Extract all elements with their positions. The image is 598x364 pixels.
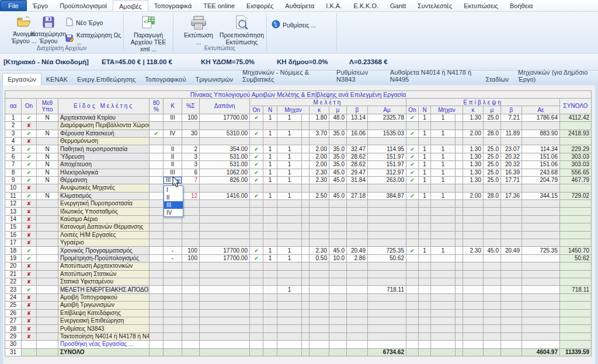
- pct80-toggle[interactable]: [150, 223, 164, 231]
- tab-κενακ[interactable]: ΚΕΝΑΚ: [41, 74, 72, 85]
- supervision-on-toggle[interactable]: [406, 231, 419, 239]
- study-type-cell[interactable]: Υγραέριο: [58, 239, 150, 247]
- menu-tab-τοπογραφικά[interactable]: Τοπογραφικά: [148, 0, 197, 11]
- study-type-cell[interactable]: Θέρμανση: [58, 176, 150, 184]
- παραγωγή-button[interactable]: <>ΠαραγωγήΑρχείου TEE xml ...: [126, 15, 171, 52]
- pct80-toggle[interactable]: [150, 254, 164, 262]
- menu-tab-ι-κ-α-[interactable]: Ι.Κ.Α.: [320, 0, 347, 11]
- study-on-toggle[interactable]: [250, 309, 263, 317]
- menu-tab-file[interactable]: File: [0, 0, 27, 11]
- tab-τοπογραφικού[interactable]: Τοπογραφικού: [140, 74, 190, 85]
- pct80-toggle[interactable]: [150, 145, 164, 153]
- row-on-toggle[interactable]: ✔: [22, 169, 37, 176]
- study-on-toggle[interactable]: ✔: [250, 161, 263, 169]
- k-category-cell[interactable]: [164, 278, 182, 285]
- supervision-on-toggle[interactable]: [406, 208, 419, 215]
- supervision-on-toggle[interactable]: [406, 332, 419, 340]
- study-on-toggle[interactable]: ✔: [250, 176, 263, 184]
- study-type-cell[interactable]: ΜΕΛΕΤΗ ΕΝΕΡΓΕΙΑΚΗΣ ΑΠΟΔΟΣΗΣ ΓΙ: [58, 286, 150, 293]
- row-on-toggle[interactable]: ✔: [22, 176, 37, 184]
- pct80-toggle[interactable]: [150, 332, 164, 340]
- menu-tab-tee-online[interactable]: TEE online: [197, 0, 241, 11]
- dropdown-option-ii[interactable]: II: [164, 194, 183, 201]
- study-type-cell[interactable]: Ιδιωτικός Υποσταθμός: [58, 208, 150, 215]
- row-on-toggle[interactable]: ✘: [22, 278, 37, 285]
- supervision-on-toggle[interactable]: [406, 317, 419, 324]
- study-on-toggle[interactable]: [250, 137, 263, 145]
- menu-tab-αμοιβές[interactable]: Αμοιβές: [113, 0, 148, 11]
- study-type-cell[interactable]: Προμέτρηση-Προϋπολογισμός: [58, 254, 150, 262]
- pct80-toggle[interactable]: [150, 286, 164, 293]
- supervision-on-toggle[interactable]: [406, 215, 419, 223]
- row-on-toggle[interactable]: ✘: [22, 215, 37, 223]
- k-category-cell[interactable]: [164, 293, 182, 301]
- supervision-on-toggle[interactable]: [406, 325, 419, 332]
- pct80-toggle[interactable]: [150, 161, 164, 169]
- supervision-on-toggle[interactable]: [406, 223, 419, 231]
- supervision-on-toggle[interactable]: [406, 309, 419, 317]
- study-type-cell[interactable]: Αποτύπωση Στατικών: [58, 270, 150, 278]
- pct80-toggle[interactable]: [150, 122, 164, 130]
- study-on-toggle[interactable]: [250, 302, 263, 309]
- study-on-toggle[interactable]: [250, 348, 263, 356]
- supervision-on-toggle[interactable]: [406, 262, 419, 270]
- menu-tab-βοήθεια[interactable]: Βοήθεια: [504, 0, 538, 11]
- pct80-toggle[interactable]: [150, 317, 164, 324]
- study-type-cell[interactable]: Αμοιβή Τριγωνισμών: [58, 302, 150, 309]
- row-on-toggle[interactable]: ✘: [22, 317, 37, 324]
- k-category-cell[interactable]: [164, 231, 182, 239]
- study-on-toggle[interactable]: ✔: [250, 169, 263, 176]
- pct80-toggle[interactable]: [150, 293, 164, 301]
- tab-μηχανικών-για-δημόσιο-έργο-[interactable]: Μηχανικών (για Δημόσιο Έργο): [513, 66, 598, 85]
- supervision-on-toggle[interactable]: ✔: [406, 176, 419, 184]
- pct80-toggle[interactable]: [150, 184, 164, 192]
- row-on-toggle[interactable]: ✘: [22, 231, 37, 239]
- study-type-cell[interactable]: Αποτύπωση Αρχιτεκτονικών: [58, 262, 150, 270]
- νέο-έργο-button[interactable]: Νέο Έργο: [65, 18, 103, 27]
- k-category-cell[interactable]: II: [164, 161, 182, 169]
- row-on-toggle[interactable]: ✘: [22, 262, 37, 270]
- row-on-toggle[interactable]: ✔: [22, 130, 37, 137]
- k-category-cell[interactable]: III: [164, 169, 182, 176]
- study-on-toggle[interactable]: ✔: [250, 254, 263, 262]
- pct80-toggle[interactable]: [150, 114, 164, 121]
- supervision-on-toggle[interactable]: [406, 293, 419, 301]
- pct80-toggle[interactable]: [150, 348, 164, 356]
- menu-tab-συντελεστές[interactable]: Συντελεστές: [412, 0, 458, 11]
- pct80-toggle[interactable]: [150, 341, 164, 348]
- menu-tab-έργο[interactable]: Έργο: [27, 0, 54, 11]
- k-category-cell[interactable]: [164, 332, 182, 340]
- study-type-cell[interactable]: Θερμομόνωση: [58, 137, 150, 145]
- προεπισκόπηση-button[interactable]: ΠροεπισκόπησηΕκτύπωσης: [219, 15, 265, 46]
- tab-μηχανικών-νόμιμες-συμβατικές[interactable]: Μηχανικών - Νόμιμες & Συμβατικές: [238, 66, 332, 85]
- supervision-on-toggle[interactable]: [406, 286, 419, 293]
- row-on-toggle[interactable]: ✔: [22, 114, 37, 121]
- k-category-cell[interactable]: -: [164, 247, 182, 254]
- row-on-toggle[interactable]: ✘: [22, 184, 37, 192]
- pct80-toggle[interactable]: [150, 169, 164, 176]
- study-on-toggle[interactable]: [250, 122, 263, 130]
- row-on-toggle[interactable]: ✔: [22, 153, 37, 160]
- row-on-toggle[interactable]: ✘: [22, 302, 37, 309]
- study-on-toggle[interactable]: [250, 262, 263, 270]
- supervision-on-toggle[interactable]: [406, 239, 419, 247]
- k-category-cell[interactable]: [164, 302, 182, 309]
- ρυθμίσεις--button[interactable]: iΡυθμίσεις ...: [272, 20, 316, 30]
- study-type-cell[interactable]: Κλιματισμός: [58, 192, 150, 200]
- row-on-toggle[interactable]: ✔: [22, 161, 37, 169]
- row-on-toggle[interactable]: ✔: [22, 192, 37, 200]
- menu-tab-προϋπολογισμοί[interactable]: Προϋπολογισμοί: [54, 0, 113, 11]
- k-category-cell[interactable]: [164, 137, 182, 145]
- study-on-toggle[interactable]: ✔: [250, 145, 263, 153]
- tab-σταδίων[interactable]: Σταδίων: [481, 74, 513, 85]
- study-on-toggle[interactable]: [250, 231, 263, 239]
- study-type-cell[interactable]: Κατανομή Δαπανών Θέρμανσης: [58, 223, 150, 231]
- pct80-toggle[interactable]: ✔: [150, 130, 164, 137]
- tab-ενεργ-επιθεώρησης[interactable]: Ενεργ.Επιθεώρησης: [72, 74, 140, 85]
- study-type-cell[interactable]: Αποχέτευση: [58, 161, 150, 169]
- k-category-cell[interactable]: [164, 122, 182, 130]
- study-on-toggle[interactable]: [250, 341, 263, 348]
- study-on-toggle[interactable]: [250, 332, 263, 340]
- study-type-cell[interactable]: Ανυψωτικές Μηχανές: [58, 184, 150, 192]
- row-on-toggle[interactable]: ✘: [22, 122, 37, 130]
